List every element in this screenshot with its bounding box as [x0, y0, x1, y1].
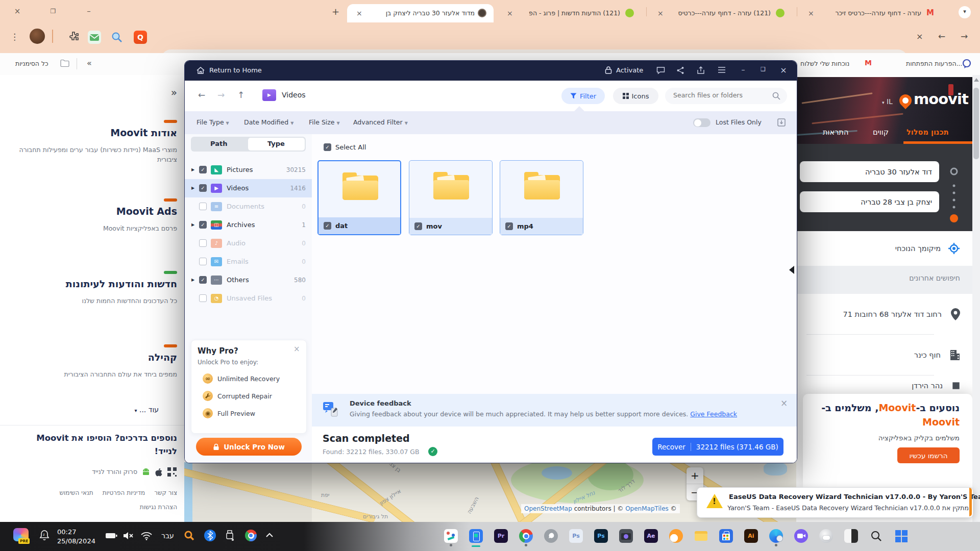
- cloud-app-icon[interactable]: [819, 529, 833, 543]
- folder-card-mov[interactable]: mov: [409, 160, 493, 235]
- battery-icon[interactable]: [105, 532, 117, 539]
- tree-row-audio[interactable]: ♪ Audio 0: [185, 234, 312, 253]
- tree-row-others[interactable]: ▶ ⋯ Others 580: [185, 271, 312, 289]
- path-tab[interactable]: Path: [210, 140, 227, 147]
- lightroom-bw-icon[interactable]: [844, 529, 858, 543]
- usb-drive-icon[interactable]: [225, 530, 235, 542]
- mail-extension-icon[interactable]: [88, 31, 101, 44]
- taskbar-clock[interactable]: 00:27 25/08/2024: [57, 528, 95, 545]
- origin-input[interactable]: דוד אלעזר 30 טבריה: [800, 161, 939, 182]
- chrome-tray-icon[interactable]: [245, 530, 257, 541]
- easeus-app-icon[interactable]: [469, 529, 483, 543]
- chrome-icon[interactable]: [519, 529, 533, 543]
- edge-profile-icon[interactable]: [769, 529, 783, 543]
- tab-close-icon[interactable]: ×: [356, 9, 362, 17]
- activate-button[interactable]: Activate: [616, 66, 643, 74]
- expand-caret-icon[interactable]: ▶: [191, 186, 194, 190]
- advanced-filter-dropdown[interactable]: Advanced Filter ▼: [353, 118, 408, 126]
- avatar[interactable]: [30, 29, 45, 44]
- unlock-pro-button[interactable]: Unlock Pro Now: [196, 438, 302, 456]
- scrollbar-up-arrow[interactable]: [974, 78, 979, 82]
- all-bookmarks-label[interactable]: כל הסימניות: [15, 60, 48, 67]
- checkbox[interactable]: [199, 166, 207, 173]
- tab-help-2[interactable]: × עזרה - דחוף עזרה---כרטיס זיכר M: [799, 4, 945, 22]
- search-app-icon[interactable]: [869, 529, 883, 543]
- tab-lines[interactable]: קווים: [873, 128, 889, 136]
- tab-messages[interactable]: × (121) הודעות חדשות | פרוג - הפ: [498, 4, 644, 22]
- tab-search-chevron-icon[interactable]: ▾: [959, 6, 971, 18]
- bookmark-item[interactable]: נוכחות שלי לשלוח: [800, 60, 849, 67]
- expand-caret-icon[interactable]: ▶: [191, 222, 194, 227]
- scrollbar-thumb[interactable]: [973, 88, 979, 159]
- photoshop-beta-icon[interactable]: Ps: [569, 529, 583, 543]
- snipping-tool-icon[interactable]: [444, 529, 458, 543]
- tree-row-emails[interactable]: ✉ Emails 0: [185, 253, 312, 271]
- orange-cloud-app-icon[interactable]: [669, 529, 683, 543]
- panel-collapse-arrow[interactable]: [789, 266, 794, 274]
- filter-button[interactable]: Filter: [561, 88, 605, 104]
- checkbox[interactable]: [414, 222, 422, 230]
- back-arrow-icon[interactable]: ←: [198, 90, 205, 100]
- checkbox[interactable]: [199, 276, 207, 284]
- premiere-icon[interactable]: Pr: [494, 529, 508, 543]
- new-tab-button[interactable]: +: [332, 6, 339, 17]
- recent-item-address[interactable]: רחוב דוד אלעזר 68 רחובות 71: [796, 294, 972, 334]
- accessibility-link[interactable]: הצהרת נגישות: [140, 504, 177, 511]
- page-scrollbar[interactable]: [972, 75, 980, 522]
- tab-alerts[interactable]: התראות: [823, 128, 848, 136]
- window-close-button[interactable]: ×: [11, 5, 23, 17]
- icons-view-button[interactable]: Icons: [613, 88, 658, 104]
- window-restore-button[interactable]: ❐: [47, 5, 59, 17]
- notification-bell-icon[interactable]: z: [39, 530, 50, 542]
- checkbox[interactable]: [199, 184, 207, 192]
- current-location-row[interactable]: מיקומך הנוכחי: [796, 231, 972, 266]
- return-home-button[interactable]: Return to Home: [209, 66, 262, 74]
- omt-link[interactable]: OpenMapTiles: [625, 505, 669, 512]
- contact-link[interactable]: צור קשר: [154, 489, 177, 496]
- more-link[interactable]: עוד ... ▾: [134, 406, 159, 414]
- tray-overflow-caret-icon[interactable]: [265, 532, 274, 538]
- signup-now-button[interactable]: הרשמו עכשיו: [897, 447, 960, 463]
- expand-caret-icon[interactable]: ▶: [191, 167, 194, 172]
- whatsapp-icon[interactable]: [544, 529, 558, 543]
- camera-app-icon[interactable]: [619, 529, 633, 543]
- forward-arrow-icon[interactable]: →: [217, 90, 225, 100]
- date-modified-dropdown[interactable]: Date Modified ▼: [244, 118, 293, 126]
- terms-link[interactable]: תנאי השימוש: [59, 489, 93, 496]
- zoom-in-button[interactable]: +: [687, 467, 703, 484]
- tree-row-pictures[interactable]: ▶ ◣ Pictures 30215: [185, 161, 312, 179]
- language-indicator[interactable]: עבר: [161, 532, 174, 540]
- region-selector[interactable]: ▾ IL: [882, 97, 893, 106]
- photoshop-icon[interactable]: Ps: [594, 529, 608, 543]
- close-icon[interactable]: ×: [780, 398, 788, 408]
- osm-link[interactable]: OpenStreetMap: [524, 505, 572, 512]
- close-icon[interactable]: ×: [778, 65, 789, 75]
- extensions-puzzle-icon[interactable]: [67, 31, 81, 44]
- checkbox[interactable]: [505, 222, 513, 230]
- tab-close-icon[interactable]: ×: [507, 9, 513, 17]
- expand-caret-icon[interactable]: ▶: [191, 278, 194, 282]
- tab-trip-plan[interactable]: תכנון מסלול: [906, 128, 949, 136]
- privacy-link[interactable]: מדיניות הפרטיות: [103, 489, 145, 496]
- tree-row-archives[interactable]: ▶ ◫ Archives 1: [185, 216, 312, 234]
- tab-close-icon[interactable]: ×: [657, 9, 664, 17]
- video-chat-app-icon[interactable]: [794, 529, 808, 543]
- destination-input[interactable]: יצחק בן צבי 28 טבריה: [800, 191, 939, 212]
- tab-route[interactable]: × מדוד אלעזר 30 טבריה ליצחק בן: [347, 4, 494, 22]
- windows-start-icon[interactable]: [894, 529, 908, 543]
- file-type-dropdown[interactable]: File Type ▼: [197, 118, 229, 126]
- magnifier-extension-icon[interactable]: [110, 31, 124, 44]
- window-minimize-button[interactable]: –: [83, 5, 95, 17]
- bluetooth-icon[interactable]: [204, 530, 216, 541]
- share-icon[interactable]: [676, 66, 684, 74]
- recover-button[interactable]: Recover 32212 files (371.46 GB): [652, 438, 783, 456]
- export-box-icon[interactable]: [697, 66, 705, 74]
- recent-item-beach[interactable]: חוף כינר: [796, 335, 972, 375]
- search-icon[interactable]: [772, 92, 780, 100]
- after-effects-icon[interactable]: Ae: [644, 529, 658, 543]
- search-tray-icon[interactable]: [184, 530, 195, 541]
- lost-files-toggle[interactable]: [693, 118, 710, 127]
- bookmark-item[interactable]: הפרעות התפתחות...: [906, 60, 963, 67]
- forward-icon[interactable]: →: [961, 31, 968, 41]
- microsoft-store-icon[interactable]: [719, 529, 733, 543]
